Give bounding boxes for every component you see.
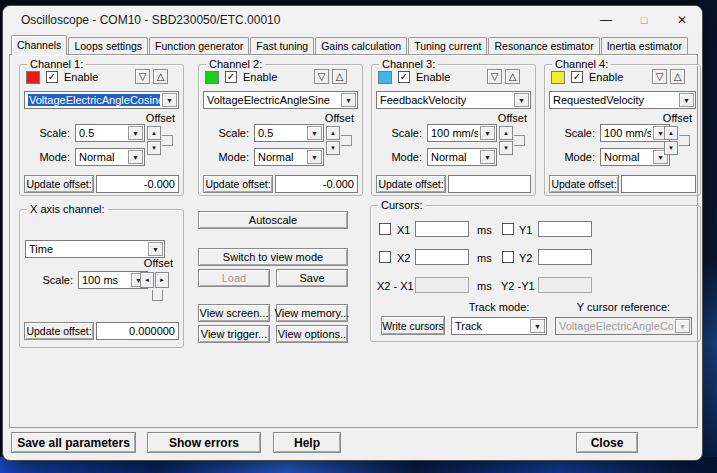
channel-1-update-offset-field[interactable]: -0.000	[96, 175, 179, 193]
combo-arrow-icon[interactable]: ▼	[162, 93, 177, 107]
channel-1-scale-select[interactable]: 0.5 ▼	[75, 124, 145, 142]
channel-2-update-offset-button[interactable]: Update offset:	[203, 175, 273, 193]
cursor-x1-checkbox[interactable]	[379, 223, 391, 235]
channel-1-mode-select[interactable]: Normal ▼	[75, 148, 145, 166]
cursor-y1-checkbox[interactable]	[502, 223, 514, 235]
channel-3-mode-label: Mode:	[372, 151, 422, 163]
x-axis-channel-select[interactable]: Time ▼	[25, 240, 165, 258]
channel-1-offset-up-button[interactable]: ▲	[147, 126, 161, 140]
channel-1-scale-value: 0.5	[79, 127, 126, 139]
combo-arrow-icon[interactable]: ▼	[307, 126, 322, 140]
maximize-button[interactable]: □	[625, 6, 663, 33]
channel-2-enable-checkbox[interactable]: ✓	[225, 71, 237, 83]
x-axis-scale-select[interactable]: 100 ms ▼	[78, 271, 148, 289]
tab-fast-tuning[interactable]: Fast tuning	[250, 37, 314, 55]
cursor-x1-field[interactable]	[415, 221, 469, 237]
x-axis-update-offset-field[interactable]: 0.000000	[96, 322, 179, 340]
save-all-parameters-button[interactable]: Save all parameters	[11, 432, 136, 453]
tab-inertia-estimator[interactable]: Inertia estimator	[601, 37, 688, 55]
channel-3-move-down-button[interactable]: ▽	[487, 69, 502, 84]
channel-3-update-offset-field[interactable]	[448, 175, 531, 193]
combo-arrow-icon[interactable]: ▼	[480, 150, 495, 164]
combo-arrow-icon[interactable]: ▼	[128, 126, 143, 140]
channel-2-group: Channel 2: ✓ Enable ▽ △ VoltageElectricA…	[198, 64, 363, 196]
channel-3-enable-checkbox[interactable]: ✓	[398, 71, 410, 83]
channel-3-mode-select[interactable]: Normal ▼	[427, 148, 497, 166]
view-memory-button[interactable]: View memory...	[276, 304, 348, 322]
cursor-dx-field	[415, 277, 469, 293]
tab-tuning-current[interactable]: Tuning current	[408, 37, 487, 55]
channel-3-scale-select[interactable]: 100 mm/s ▼	[427, 124, 497, 142]
channel-2-signal-select[interactable]: VoltageElectricAngleSine ▼	[203, 91, 358, 109]
cursor-x2-field[interactable]	[415, 249, 469, 265]
channel-3-update-offset-button[interactable]: Update offset:	[376, 175, 446, 193]
combo-arrow-icon[interactable]: ▼	[307, 150, 322, 164]
view-trigger-button[interactable]: View trigger...	[198, 325, 270, 343]
channel-2-offset-up-button[interactable]: ▲	[326, 126, 340, 140]
autoscale-button[interactable]: Autoscale	[198, 211, 348, 229]
view-screen-button[interactable]: View screen...	[198, 304, 270, 322]
channel-2-move-up-button[interactable]: △	[332, 69, 347, 84]
channel-1-move-down-button[interactable]: ▽	[135, 69, 150, 84]
channel-3-offset-up-button[interactable]: ▲	[499, 126, 513, 140]
channel-3-offset-down-button[interactable]: ▼	[499, 141, 513, 155]
cursor-y1-label: Y1	[519, 224, 532, 236]
x-axis-scale-value: 100 ms	[82, 274, 129, 286]
combo-arrow-icon[interactable]: ▼	[480, 126, 495, 140]
tab-resonance-estimator[interactable]: Resonance estimator	[488, 37, 599, 55]
show-errors-button[interactable]: Show errors	[147, 432, 261, 453]
channel-4-update-offset-field[interactable]	[621, 175, 696, 193]
combo-arrow-icon[interactable]: ▼	[148, 242, 163, 256]
channel-4-move-up-button[interactable]: △	[670, 69, 685, 84]
x-axis-channel-value: Time	[29, 243, 146, 255]
close-button[interactable]: Close	[576, 432, 638, 453]
channel-1-move-up-button[interactable]: △	[153, 69, 168, 84]
tab-function-generator[interactable]: Function generator	[149, 37, 249, 55]
channel-1-update-offset-button[interactable]: Update offset:	[24, 175, 94, 193]
channel-2-move-down-button[interactable]: ▽	[314, 69, 329, 84]
write-cursors-button[interactable]: Write cursors	[381, 316, 445, 335]
combo-arrow-icon[interactable]: ▼	[128, 150, 143, 164]
cursor-x1-unit: ms	[477, 224, 492, 236]
channel-2-offset-down-button[interactable]: ▼	[326, 141, 340, 155]
tab-channels[interactable]: Channels	[11, 35, 67, 55]
channel-4-offset-down-button[interactable]: ▼	[664, 141, 678, 155]
tab-loops-settings[interactable]: Loops settings	[68, 37, 148, 55]
channel-4-signal-select[interactable]: RequestedVelocity ▼	[549, 91, 696, 109]
x-axis-update-offset-button[interactable]: Update offset:	[24, 322, 94, 340]
tab-gains-calculation[interactable]: Gains calculation	[315, 37, 407, 55]
close-window-button[interactable]: ✕	[663, 6, 701, 33]
combo-arrow-icon[interactable]: ▼	[514, 93, 529, 107]
channel-4-offset-up-button[interactable]: ▲	[664, 126, 678, 140]
minimize-button[interactable]: —	[587, 6, 625, 33]
combo-arrow-icon[interactable]: ▼	[530, 319, 545, 333]
x-axis-offset-right-button[interactable]: ►	[155, 272, 169, 288]
channel-1-enable-checkbox[interactable]: ✓	[46, 71, 58, 83]
channel-2-update-offset-field[interactable]: -0.000	[275, 175, 358, 193]
channel-4-move-down-button[interactable]: ▽	[652, 69, 667, 84]
channel-4-update-offset-button[interactable]: Update offset:	[549, 175, 619, 193]
x-axis-offset-left-button[interactable]: ◄	[140, 272, 154, 288]
channel-2-scale-select[interactable]: 0.5 ▼	[254, 124, 324, 142]
channel-1-signal-select[interactable]: VoltageElectricAngleCosine ▼	[24, 91, 179, 109]
channel-4-scale-select[interactable]: 100 mm/s ▼	[600, 124, 670, 142]
channel-4-enable-checkbox[interactable]: ✓	[571, 71, 583, 83]
titlebar[interactable]: Oscilloscope - COM10 - SBD230050/ETC.000…	[3, 6, 702, 33]
channel-2-mode-select[interactable]: Normal ▼	[254, 148, 324, 166]
combo-arrow-icon[interactable]: ▼	[341, 93, 356, 107]
switch-to-view-mode-button[interactable]: Switch to view mode	[198, 248, 348, 266]
cursor-y2-field[interactable]	[538, 249, 592, 265]
cursor-x2-checkbox[interactable]	[379, 251, 391, 263]
channel-1-offset-down-button[interactable]: ▼	[147, 141, 161, 155]
save-button[interactable]: Save	[276, 269, 348, 287]
channel-3-move-up-button[interactable]: △	[505, 69, 520, 84]
channel-4-mode-select[interactable]: Normal ▼	[600, 148, 670, 166]
channel-3-signal-select[interactable]: FeedbackVelocity ▼	[376, 91, 531, 109]
cursor-y1-field[interactable]	[538, 221, 592, 237]
help-button[interactable]: Help	[273, 432, 341, 453]
view-options-button[interactable]: View options..	[276, 325, 348, 343]
cursor-dx-unit: ms	[477, 280, 492, 292]
combo-arrow-icon[interactable]: ▼	[679, 93, 694, 107]
cursor-y2-checkbox[interactable]	[502, 251, 514, 263]
track-mode-select[interactable]: Track ▼	[451, 317, 547, 335]
